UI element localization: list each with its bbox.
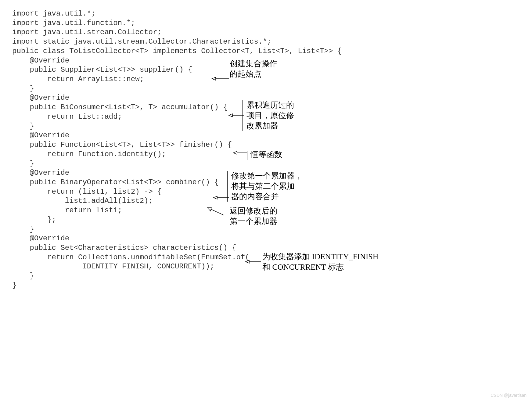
annotation-combiner-merge: 修改第一个累加器， 将其与第二个累加 器的内容合并 xyxy=(227,171,303,202)
code-line: } xyxy=(12,84,520,94)
annotation-accumulator: 累积遍历过的 项目，原位修 改累加器 xyxy=(243,100,294,131)
code-line: public class ToListCollector<T> implemen… xyxy=(12,47,520,56)
annotation-text: 为收集器添加 IDENTITY_FINISH xyxy=(262,252,379,262)
arrow-left-icon xyxy=(233,150,249,160)
annotation-text: 创建集合操作 xyxy=(230,59,277,69)
code-line: import java.util.stream.Collector; xyxy=(12,28,520,37)
code-line: @Override xyxy=(12,131,520,140)
watermark-text: CSDN @javartisan xyxy=(491,393,527,398)
code-line: } xyxy=(12,159,520,169)
annotation-characteristics: 为收集器添加 IDENTITY_FINISH 和 CONCURRENT 标志 xyxy=(262,252,379,272)
code-line: public Function<List<T>, List<T>> finish… xyxy=(12,140,520,150)
code-line: @Override xyxy=(12,234,520,243)
annotation-text: 器的内容合并 xyxy=(231,192,303,202)
annotation-text: 恒等函数 xyxy=(250,150,282,159)
annotation-text: 累积遍历过的 xyxy=(246,100,294,110)
annotation-text: 修改第一个累加器， xyxy=(231,171,303,181)
annotation-combiner-return: 返回修改后的 第一个累加器 xyxy=(226,206,277,227)
annotation-supplier: 创建集合操作 的起始点 xyxy=(226,59,277,79)
svg-marker-9 xyxy=(207,208,211,211)
annotation-text: 项目，原位修 xyxy=(246,110,294,121)
annotation-finisher: 恒等函数 xyxy=(247,149,282,160)
code-line: import static java.util.stream.Collector… xyxy=(12,37,520,47)
arrow-left-icon xyxy=(246,259,262,269)
svg-marker-5 xyxy=(233,151,237,154)
code-line: import java.util.*; xyxy=(12,9,520,19)
annotation-text: 将其与第二个累加 xyxy=(231,181,303,192)
annotation-text: 的起始点 xyxy=(230,69,277,79)
svg-marker-3 xyxy=(229,114,232,117)
annotation-text: 第一个累加器 xyxy=(230,216,277,227)
code-line: } xyxy=(12,271,520,281)
svg-marker-11 xyxy=(246,260,249,263)
arrow-left-icon xyxy=(207,206,224,215)
code-line: import java.util.function.*; xyxy=(12,19,520,28)
svg-line-8 xyxy=(209,208,224,215)
annotation-text: 和 CONCURRENT 标志 xyxy=(262,262,379,272)
annotation-text: 返回修改后的 xyxy=(230,206,277,216)
svg-marker-1 xyxy=(212,77,216,80)
annotation-text: 改累加器 xyxy=(246,121,294,131)
svg-marker-7 xyxy=(214,196,217,199)
code-line: } xyxy=(12,281,520,290)
